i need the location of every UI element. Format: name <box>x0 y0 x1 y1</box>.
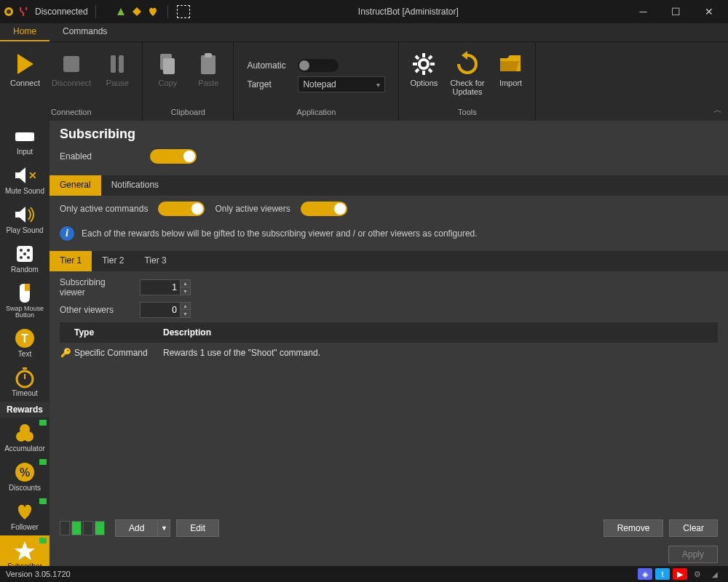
tab-tier-1[interactable]: Tier 1 <box>50 251 92 271</box>
only-active-viewers-toggle[interactable] <box>301 202 347 216</box>
sidebar-item-discounts[interactable]: % Discounts <box>0 457 50 496</box>
sidebar-rewards-header: Rewards <box>0 402 50 418</box>
twitter-icon[interactable]: t <box>655 568 670 580</box>
settings-tabs: General Notifications <box>50 175 728 196</box>
youtube-icon[interactable]: ▶ <box>673 568 687 580</box>
svg-rect-31 <box>23 367 27 370</box>
frame-chip[interactable] <box>71 521 82 535</box>
minimize-button[interactable]: ─ <box>627 0 660 23</box>
sidebar-item-swap-mouse[interactable]: Swap Mouse Button <box>0 278 50 323</box>
spin-up-icon[interactable]: ▲ <box>180 303 190 310</box>
paste-button[interactable]: Paste <box>189 49 227 89</box>
only-active-commands-toggle[interactable] <box>158 202 205 216</box>
tab-commands[interactable]: Commands <box>50 23 120 41</box>
svg-point-9 <box>419 60 428 68</box>
svg-rect-8 <box>205 53 212 57</box>
subscribing-viewer-input[interactable]: 1 ▲▼ <box>140 279 191 295</box>
quick-target-icon[interactable] <box>177 5 190 18</box>
pause-button[interactable]: Pause <box>98 49 136 89</box>
app-icon <box>3 6 15 17</box>
pause-icon <box>104 51 130 77</box>
spin-up-icon[interactable]: ▲ <box>180 280 190 287</box>
disconnect-button[interactable]: Disconnect <box>47 49 95 89</box>
clear-button[interactable]: Clear <box>669 519 718 537</box>
edit-button[interactable]: Edit <box>176 519 219 537</box>
enabled-label: Enabled <box>60 151 140 162</box>
maximize-button[interactable]: ☐ <box>660 0 692 23</box>
tab-general[interactable]: General <box>50 175 101 196</box>
automatic-toggle[interactable] <box>298 59 339 72</box>
enabled-toggle[interactable] <box>150 149 197 164</box>
sidebar-item-random[interactable]: Random <box>0 239 50 278</box>
svg-text:✕: ✕ <box>28 170 37 181</box>
percent-icon: % <box>12 460 37 485</box>
only-active-commands-label: Only active commands <box>60 204 148 214</box>
star-icon <box>12 538 37 563</box>
svg-point-23 <box>23 252 26 255</box>
only-active-viewers-label: Only active viewers <box>215 204 290 214</box>
ribbon-collapse-button[interactable]: ︿ <box>713 104 722 116</box>
gear-icon <box>411 51 437 77</box>
sidebar-item-text[interactable]: T Text <box>0 323 50 362</box>
svg-rect-18 <box>15 132 34 141</box>
svg-rect-6 <box>163 58 175 74</box>
svg-rect-4 <box>119 55 124 73</box>
column-description[interactable]: Description <box>163 327 718 338</box>
page-title: Subscribing <box>60 127 718 142</box>
info-text: Each of the rewards below will be gifted… <box>82 228 478 239</box>
svg-line-17 <box>416 69 419 72</box>
mouse-icon <box>12 281 37 306</box>
rewards-table: Type Description 🔑 Specific Command Rewa… <box>60 322 718 363</box>
folder-icon <box>497 51 523 77</box>
tools-group-label: Tools <box>458 106 477 118</box>
tab-tier-2[interactable]: Tier 2 <box>92 251 134 271</box>
options-button[interactable]: Options <box>405 49 443 89</box>
sidebar-item-follower[interactable]: Follower <box>0 496 50 535</box>
chevron-down-icon[interactable]: ▼ <box>158 520 170 536</box>
quick-icon-2[interactable] <box>131 6 143 17</box>
apply-button[interactable]: Apply <box>668 546 718 563</box>
connect-button[interactable]: Connect <box>6 49 44 89</box>
target-select[interactable]: Notepad <box>298 76 385 92</box>
coins-icon <box>12 420 37 445</box>
frame-chip[interactable] <box>60 521 70 535</box>
import-button[interactable]: Import <box>491 49 529 89</box>
frame-chip[interactable] <box>95 521 105 535</box>
svg-text:T: T <box>21 332 28 345</box>
remove-button[interactable]: Remove <box>604 519 664 537</box>
quick-heart-icon[interactable] <box>147 6 159 17</box>
menu-tabs: Home Commands <box>0 23 728 42</box>
other-viewers-label: Other viewers <box>60 305 132 315</box>
version-label: Version 3.05.1720 <box>6 570 71 578</box>
svg-point-21 <box>20 249 23 252</box>
sidebar-item-input[interactable]: Input <box>0 121 50 160</box>
discord-icon[interactable]: ◈ <box>638 568 652 580</box>
subscribing-viewer-label: Subscribing viewer <box>60 277 132 298</box>
sidebar-item-play-sound[interactable]: Play Sound <box>0 199 50 239</box>
sidebar: Input ✕ Mute Sound Play Sound Random Swa… <box>0 121 50 566</box>
sidebar-item-accumulator[interactable]: Accumulator <box>0 418 50 457</box>
frame-chip[interactable] <box>83 521 93 535</box>
other-viewers-input[interactable]: 0 ▲▼ <box>140 302 191 318</box>
settings-tray-icon[interactable]: ⚙ <box>690 568 705 580</box>
sidebar-item-mute-sound[interactable]: ✕ Mute Sound <box>0 160 50 199</box>
sidebar-item-timeout[interactable]: Timeout <box>0 362 50 402</box>
tab-home[interactable]: Home <box>0 23 50 41</box>
plug-disconnected-icon <box>17 6 29 17</box>
table-row[interactable]: 🔑 Specific Command Rewards 1 use of the … <box>60 343 718 363</box>
tab-tier-3[interactable]: Tier 3 <box>134 251 176 271</box>
resize-grip-icon[interactable]: ◢ <box>708 568 722 580</box>
column-type[interactable]: Type <box>71 327 163 338</box>
add-button[interactable]: Add ▼ <box>115 519 170 537</box>
sidebar-item-subscriber[interactable]: Subscriber <box>0 535 50 566</box>
ribbon: Connect Disconnect Pause Connection Copy… <box>0 42 728 121</box>
close-button[interactable]: ✕ <box>692 0 725 23</box>
spin-down-icon[interactable]: ▼ <box>180 310 190 317</box>
copy-button[interactable]: Copy <box>149 49 186 89</box>
window-title: InstructBot [Administrator] <box>190 7 627 17</box>
spin-down-icon[interactable]: ▼ <box>180 287 190 295</box>
quick-icon-1[interactable] <box>115 6 127 17</box>
tab-notifications[interactable]: Notifications <box>101 175 169 196</box>
svg-point-22 <box>27 249 30 252</box>
check-updates-button[interactable]: Check for Updates <box>446 49 488 97</box>
